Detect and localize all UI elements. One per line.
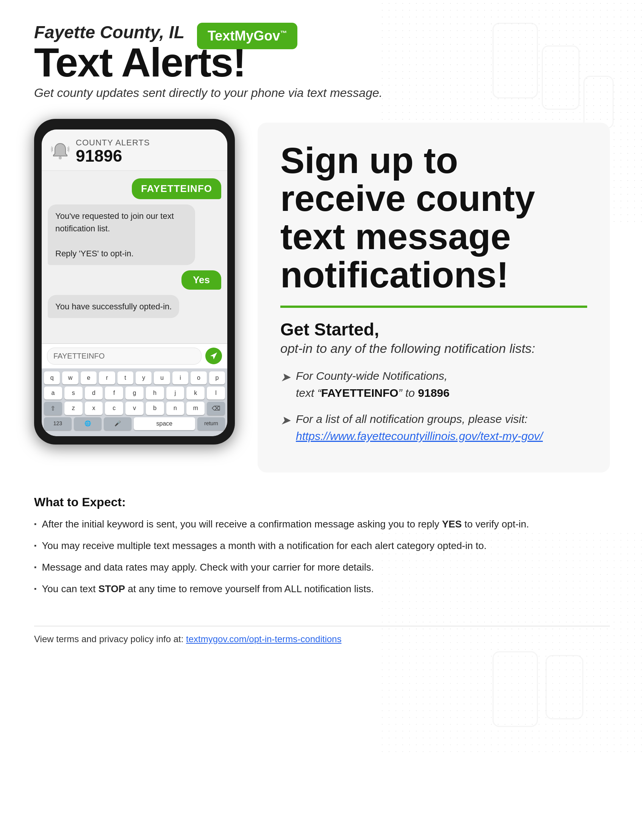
key-q[interactable]: q [44,371,60,384]
notification-text-1: For County-wide Notifications, text “FAY… [296,367,450,401]
what-to-expect-title: What to Expect: [34,495,610,509]
key-r[interactable]: r [99,371,115,384]
key-b[interactable]: b [146,402,164,415]
notification-list: ➤ For County-wide Notifications, text “F… [280,367,587,444]
expect-item-4: ▪ You can text STOP at any time to remov… [34,582,610,597]
textmygov-badge: TextMyGov™ [197,23,297,49]
expect-text-4: You can text STOP at any time to remove … [42,582,374,597]
key-mic[interactable]: 🎤 [104,417,132,430]
key-return[interactable]: return [197,417,225,430]
page-subtitle: Get county updates sent directly to your… [34,86,610,100]
bullet-4: ▪ [34,584,36,594]
key-backspace[interactable]: ⌫ [207,402,225,415]
msg-received-1: You've requested to join our text notifi… [48,204,195,265]
expect-item-2: ▪ You may receive multiple text messages… [34,539,610,553]
notification-text-2: For a list of all notification groups, p… [296,410,543,444]
key-m[interactable]: m [187,402,204,415]
key-d[interactable]: d [85,387,103,399]
msg-fayetteinfo-sent: FAYETTEINFO [132,178,221,199]
key-h[interactable]: h [146,387,164,399]
key-g[interactable]: g [126,387,143,399]
key-s[interactable]: s [64,387,82,399]
phone-mockup: COUNTY ALERTS 91896 FAYETTEINFO You've r… [34,119,235,444]
key-space[interactable]: space [134,417,195,430]
notification-item-1: ➤ For County-wide Notifications, text “F… [280,367,587,401]
key-u[interactable]: u [154,371,170,384]
key-i[interactable]: i [172,371,188,384]
key-o[interactable]: o [190,371,206,384]
expect-list: ▪ After the initial keyword is sent, you… [34,517,610,597]
bullet-1: ▪ [34,519,36,529]
key-l[interactable]: l [207,387,225,399]
phone-keyboard: q w e r t y u i o p a s d [42,368,227,436]
keyboard-row-3: ⇧ z x c v b n m ⌫ [44,402,225,415]
key-z[interactable]: z [64,402,82,415]
bell-icon [51,142,70,161]
key-f[interactable]: f [105,387,123,399]
get-started-subtitle: opt-in to any of the following notificat… [280,341,587,356]
phone-send-button[interactable] [205,347,222,364]
expect-text-2: You may receive multiple text messages a… [42,539,486,553]
key-x[interactable]: x [85,402,103,415]
header-text: Fayette County, IL Text Alerts! Get coun… [34,23,610,100]
keyboard-row-2: a s d f g h j k l [44,387,225,399]
footer-bar: View terms and privacy policy info at: t… [34,626,610,645]
right-panel: Sign up to receive county text message n… [258,119,610,473]
key-v[interactable]: v [126,402,143,415]
bullet-3: ▪ [34,562,36,572]
phone-input-bar: FAYETTEINFO [42,343,227,368]
trademark-symbol: ™ [280,29,287,37]
key-w[interactable]: w [62,371,78,384]
chat-area: FAYETTEINFO You've requested to join our… [42,171,227,343]
keyboard-row-4: 123 🌐 🎤 space return [44,417,225,430]
key-k[interactable]: k [187,387,204,399]
phone-text-input[interactable]: FAYETTEINFO [47,347,201,365]
county-alerts-label: COUNTY ALERTS [76,138,218,148]
signup-heading: Sign up to receive county text message n… [280,142,587,294]
phone-screen: COUNTY ALERTS 91896 FAYETTEINFO You've r… [42,130,227,436]
get-started-title: Get Started, [280,319,587,339]
header-area: Fayette County, IL Text Alerts! Get coun… [34,23,610,100]
badge-text: TextMyGov [208,28,280,43]
key-e[interactable]: e [80,371,97,384]
arrow-icon-1: ➤ [280,368,291,386]
expect-text-1: After the initial keyword is sent, you w… [42,517,529,532]
expect-item-1: ▪ After the initial keyword is sent, you… [34,517,610,532]
key-123[interactable]: 123 [44,417,72,430]
county-label: Fayette County, IL [34,23,610,42]
arrow-icon-2: ➤ [280,411,291,429]
msg-yes-sent: Yes [182,270,221,289]
notification-item-2: ➤ For a list of all notification groups,… [280,410,587,444]
keyboard-row-1: q w e r t y u i o p [44,371,225,384]
phone-header: COUNTY ALERTS 91896 [42,130,227,171]
key-a[interactable]: a [44,387,62,399]
page-title: Text Alerts! [34,42,610,83]
msg-received-2: You have successfully opted-in. [48,295,179,318]
phone-short-number: 91896 [76,148,218,164]
green-divider [280,306,587,308]
key-globe[interactable]: 🌐 [74,417,101,430]
expect-item-3: ▪ Message and data rates may apply. Chec… [34,560,610,575]
terms-link[interactable]: textmygov.com/opt-in-terms-conditions [186,634,341,644]
right-panel-box: Sign up to receive county text message n… [258,123,610,473]
key-j[interactable]: j [166,387,185,399]
what-to-expect-section: What to Expect: ▪ After the initial keyw… [34,495,610,614]
county-website-link[interactable]: https://www.fayettecountyillinois.gov/te… [296,430,543,442]
key-c[interactable]: c [105,402,123,415]
footer-text-prefix: View terms and privacy policy info at: [34,634,186,644]
key-p[interactable]: p [209,371,225,384]
svg-point-0 [59,156,62,159]
bullet-2: ▪ [34,541,36,551]
send-icon [209,352,218,360]
phone-header-info: COUNTY ALERTS 91896 [76,138,218,164]
expect-text-3: Message and data rates may apply. Check … [42,560,374,575]
main-content: COUNTY ALERTS 91896 FAYETTEINFO You've r… [34,119,610,473]
key-n[interactable]: n [166,402,185,415]
key-t[interactable]: t [118,371,134,384]
key-shift[interactable]: ⇧ [44,402,62,415]
key-y[interactable]: y [135,371,151,384]
